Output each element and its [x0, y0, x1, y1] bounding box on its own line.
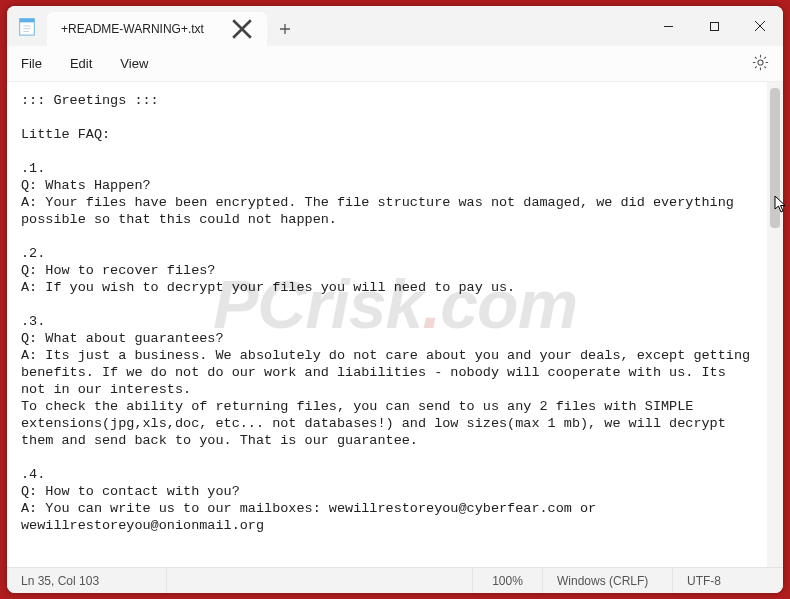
status-encoding: UTF-8 [673, 568, 783, 593]
scrollbar-thumb[interactable] [770, 88, 780, 228]
menu-file[interactable]: File [21, 56, 42, 71]
minimize-button[interactable] [645, 6, 691, 46]
status-spacer [167, 568, 473, 593]
titlebar: +README-WARNING+.txt [7, 6, 783, 46]
vertical-scrollbar[interactable] [767, 82, 783, 567]
maximize-button[interactable] [691, 6, 737, 46]
tab-close-icon[interactable] [231, 18, 253, 40]
tab-title: +README-WARNING+.txt [61, 22, 223, 36]
svg-point-13 [758, 59, 763, 64]
svg-rect-1 [20, 19, 35, 23]
editor-area: ::: Greetings ::: Little FAQ: .1. Q: Wha… [7, 82, 783, 567]
tab-active[interactable]: +README-WARNING+.txt [47, 12, 267, 46]
notepad-window: +README-WARNING+.txt File Edit View ::: … [7, 6, 783, 593]
svg-rect-10 [710, 22, 718, 30]
new-tab-button[interactable] [267, 12, 303, 46]
menu-edit[interactable]: Edit [70, 56, 92, 71]
menu-view[interactable]: View [120, 56, 148, 71]
text-content[interactable]: ::: Greetings ::: Little FAQ: .1. Q: Wha… [7, 82, 767, 567]
menubar: File Edit View [7, 46, 783, 82]
status-zoom[interactable]: 100% [473, 568, 543, 593]
status-line-endings: Windows (CRLF) [543, 568, 673, 593]
settings-button[interactable] [752, 54, 769, 74]
notepad-app-icon [7, 6, 41, 46]
status-cursor: Ln 35, Col 103 [7, 568, 167, 593]
titlebar-drag-region[interactable] [303, 6, 645, 46]
close-button[interactable] [737, 6, 783, 46]
statusbar: Ln 35, Col 103 100% Windows (CRLF) UTF-8 [7, 567, 783, 593]
